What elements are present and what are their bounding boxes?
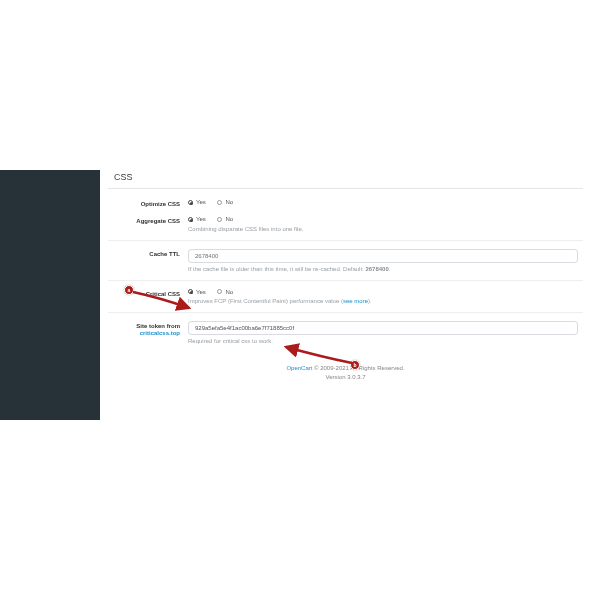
- help-cache-ttl: If the cache file is older than this tim…: [188, 266, 583, 272]
- cache-ttl-input[interactable]: [188, 249, 578, 263]
- annotation-arrow-a: [131, 290, 196, 315]
- label-token: Site token from criticalcss.top: [108, 321, 188, 337]
- optimize-yes[interactable]: Yes: [188, 199, 206, 205]
- radio-icon: [188, 217, 193, 222]
- label-cache-ttl: Cache TTL: [108, 249, 188, 258]
- critical-no[interactable]: No: [217, 289, 233, 295]
- annotation-arrow-b: [282, 345, 356, 367]
- label-aggregate: Aggregate CSS: [108, 216, 188, 225]
- aggregate-yes[interactable]: Yes: [188, 216, 206, 222]
- radio-icon: [217, 289, 222, 294]
- help-token: Required for critical css to work.: [188, 338, 583, 344]
- row-token: Site token from criticalcss.top Required…: [108, 312, 583, 344]
- row-optimize: Optimize CSS Yes No: [108, 199, 583, 208]
- row-aggregate: Aggregate CSS Yes No Combining disparate…: [108, 216, 583, 232]
- radio-icon: [217, 200, 222, 205]
- see-more-link[interactable]: see more: [343, 298, 368, 304]
- radios-critical: Yes No: [188, 289, 243, 295]
- help-aggregate: Combining disparate CSS files into one f…: [188, 226, 583, 232]
- optimize-no[interactable]: No: [217, 199, 233, 205]
- radios-aggregate: Yes No: [188, 217, 243, 223]
- help-critical: Improves FCP (First Contentful Paint) pe…: [188, 298, 583, 304]
- token-input[interactable]: [188, 321, 578, 335]
- radio-icon: [188, 200, 193, 205]
- version-text: Version 3.0.3.7: [108, 373, 583, 382]
- criticalcss-link[interactable]: criticalcss.top: [140, 330, 180, 336]
- radios-optimize: Yes No: [188, 200, 243, 206]
- aggregate-no[interactable]: No: [217, 216, 233, 222]
- label-optimize: Optimize CSS: [108, 199, 188, 208]
- radio-icon: [217, 217, 222, 222]
- row-cache-ttl: Cache TTL If the cache file is older tha…: [108, 240, 583, 272]
- panel-legend: CSS: [108, 170, 583, 189]
- admin-sidebar: [0, 170, 100, 420]
